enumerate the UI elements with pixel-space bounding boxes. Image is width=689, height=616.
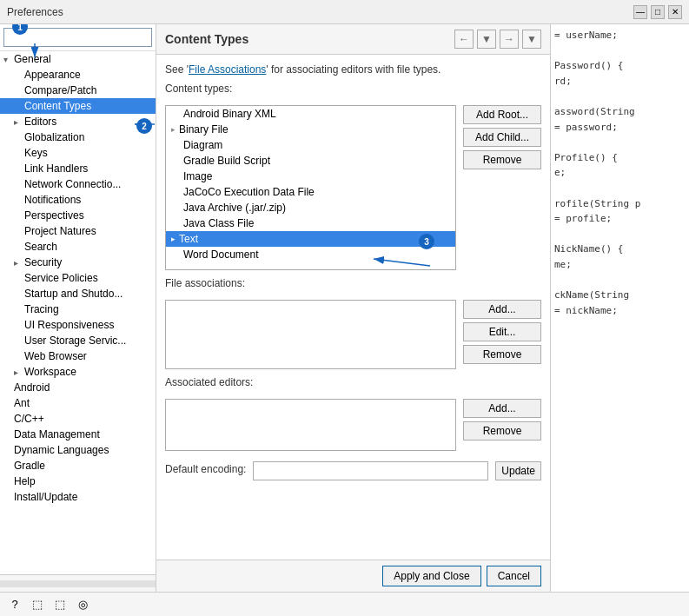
nav-menu-button[interactable]: ▼ (522, 30, 541, 49)
update-button[interactable]: Update (495, 461, 541, 480)
content-type-item[interactable]: Android Binary XML (166, 106, 455, 122)
sidebar-item-install-update[interactable]: Install/Update (0, 489, 156, 505)
sidebar-item-service-policies[interactable]: Service Policies (0, 270, 156, 286)
assoc-editors-label: Associated editors: (165, 376, 541, 388)
content-remove-button[interactable]: Remove (463, 150, 541, 169)
sidebar-item-gradle[interactable]: Gradle (0, 458, 156, 474)
code-line: = userName; (554, 28, 686, 43)
add-child-button[interactable]: Add Child... (463, 128, 541, 147)
sidebar-item-label: Editors (24, 116, 56, 128)
nav-back-button[interactable]: ← (454, 30, 474, 49)
nav-dropdown-button[interactable]: ▼ (477, 30, 496, 49)
content-types-list[interactable]: Android Binary XML▸Binary FileDiagramGra… (165, 105, 456, 270)
settings-icon[interactable]: ◎ (75, 597, 90, 613)
editors-list[interactable] (165, 399, 456, 451)
preferences-sidebar: 1 ▾ GeneralAppearanceCompare/PatchConten… (0, 24, 156, 592)
sidebar-item-project-natures[interactable]: Project Natures (0, 223, 156, 239)
sidebar-item-web-browser[interactable]: Web Browser (0, 348, 156, 364)
editors-add-button[interactable]: Add... (463, 399, 541, 418)
sidebar-item-help[interactable]: Help (0, 474, 156, 489)
code-panel: = userName; Password() { rd; assword(Str… (550, 24, 689, 592)
export-icon[interactable]: ⬚ (52, 597, 68, 613)
code-line: rd; (554, 74, 686, 89)
dialog-header: Content Types ← ▼ → ▼ (156, 24, 550, 55)
file-assoc-list[interactable] (165, 300, 456, 369)
content-type-item[interactable]: Java Archive (.jar/.zip) (166, 200, 455, 215)
add-root-button[interactable]: Add Root... (463, 105, 541, 124)
code-line: NickName() { (554, 242, 686, 257)
sidebar-item-label: Compare/Patch (24, 84, 96, 96)
content-type-label: Word Document (183, 248, 258, 261)
sidebar-item-startup-shutdown[interactable]: Startup and Shutdo... (0, 286, 156, 301)
sidebar-item-label: Data Management (14, 428, 100, 440)
sidebar-item-ui-responsiveness[interactable]: UI Responsiveness (0, 317, 156, 333)
maximize-button[interactable]: □ (651, 5, 665, 19)
minimize-button[interactable]: — (633, 5, 647, 19)
apply-close-button[interactable]: Apply and Close (382, 566, 480, 586)
editors-remove-button[interactable]: Remove (463, 421, 541, 440)
sidebar-item-link-handlers[interactable]: Link Handlers (0, 161, 156, 176)
sidebar-item-user-storage[interactable]: User Storage Servic... (0, 333, 156, 348)
help-icon[interactable]: ? (7, 597, 23, 613)
sidebar-bottom (0, 574, 156, 592)
sidebar-item-label: Appearance (24, 69, 81, 81)
sidebar-item-label: Notifications (24, 194, 81, 206)
sidebar-item-ant[interactable]: Ant (0, 395, 156, 411)
sidebar-item-dynamic-languages[interactable]: Dynamic Languages (0, 442, 156, 458)
sidebar-item-security[interactable]: ▸ Security (0, 255, 156, 270)
sidebar-item-label: Tracing (24, 303, 59, 315)
file-assoc-add-button[interactable]: Add... (463, 300, 541, 319)
content-type-label: Diagram (183, 139, 222, 151)
sidebar-scrollbar[interactable] (0, 580, 156, 587)
code-line (554, 135, 686, 150)
sidebar-item-label: Content Types (24, 100, 91, 112)
encoding-input[interactable] (253, 461, 488, 480)
sidebar-item-data-management[interactable]: Data Management (0, 427, 156, 442)
content-type-item[interactable]: Gradle Build Script (166, 153, 455, 169)
code-line: ckName(String (554, 288, 686, 303)
tree-arrow-icon: ▾ (3, 55, 14, 64)
sidebar-item-keys[interactable]: Keys (0, 145, 156, 161)
file-assoc-remove-button[interactable]: Remove (463, 345, 541, 364)
content-type-item[interactable]: Diagram (166, 137, 455, 153)
file-assoc-edit-button[interactable]: Edit... (463, 322, 541, 341)
content-type-item[interactable]: Java Class File (166, 215, 455, 231)
code-line: = nickName; (554, 303, 686, 319)
content-type-item[interactable]: JaCoCo Execution Data File (166, 184, 455, 200)
sidebar-item-appearance[interactable]: Appearance (0, 67, 156, 83)
title-bar: Preferences — □ ✕ (0, 0, 689, 24)
content-area: Content Types ← ▼ → ▼ See 'File Associat… (156, 24, 550, 592)
code-line: Password() { (554, 58, 686, 74)
sidebar-item-content-types[interactable]: Content Types (0, 98, 156, 114)
window-controls: — □ ✕ (633, 5, 682, 19)
file-associations-link[interactable]: File Associations (189, 63, 266, 76)
sidebar-item-label: Workspace (24, 366, 76, 378)
sidebar-item-network-connection[interactable]: Network Connectio... (0, 176, 156, 192)
sidebar-item-tracing[interactable]: Tracing (0, 301, 156, 317)
tree-arrow-icon: ▸ (14, 117, 24, 127)
content-type-label: Text (179, 233, 198, 245)
sidebar-item-label: Service Policies (24, 272, 98, 284)
sidebar-item-android[interactable]: Android (0, 380, 156, 395)
sidebar-item-editors[interactable]: ▸ Editors (0, 114, 156, 129)
cancel-button[interactable]: Cancel (487, 566, 541, 586)
content-type-item[interactable]: ▸Text (166, 231, 455, 247)
sidebar-item-notifications[interactable]: Notifications (0, 192, 156, 208)
annotation-3: 3 (419, 234, 434, 249)
sidebar-item-compare-patch[interactable]: Compare/Patch (0, 83, 156, 98)
sidebar-item-search[interactable]: Search (0, 239, 156, 255)
assoc-editors-section: Add... Remove (165, 399, 541, 451)
sidebar-item-workspace[interactable]: ▸ Workspace (0, 364, 156, 380)
restore-icon[interactable]: ⬚ (30, 597, 45, 613)
code-line (554, 181, 686, 196)
sidebar-item-general[interactable]: ▾ General (0, 51, 156, 67)
sidebar-item-c-cpp[interactable]: C/C++ (0, 411, 156, 427)
close-button[interactable]: ✕ (668, 5, 682, 19)
content-type-item[interactable]: Word Document (166, 247, 455, 262)
content-type-item[interactable]: Image (166, 169, 455, 184)
sidebar-item-perspectives[interactable]: Perspectives (0, 208, 156, 223)
content-type-item[interactable]: ▸Binary File (166, 122, 455, 137)
nav-forward-button[interactable]: → (500, 30, 519, 49)
sidebar-item-globalization[interactable]: Globalization (0, 129, 156, 145)
sidebar-item-label: Gradle (14, 460, 45, 472)
